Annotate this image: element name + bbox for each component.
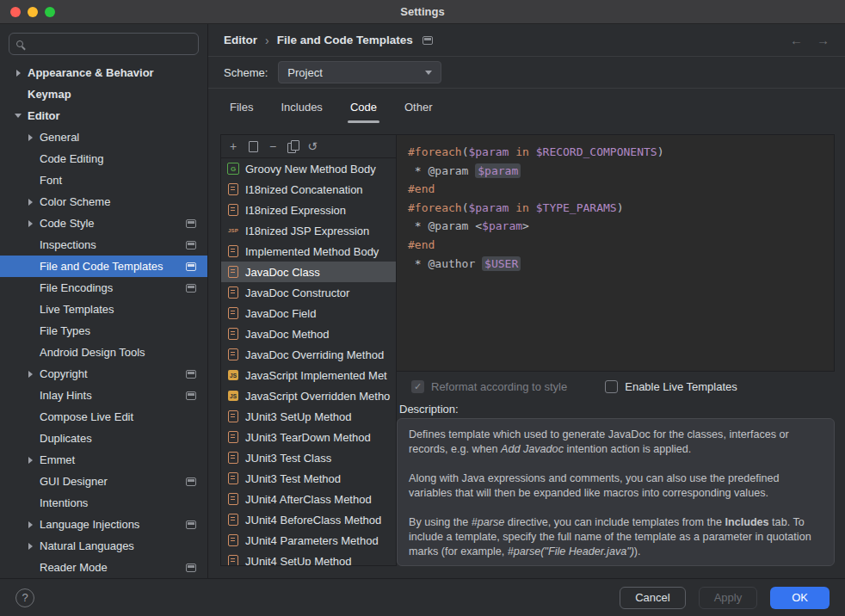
- add-template-button[interactable]: +: [226, 139, 240, 153]
- sidebar-item-reader-mode[interactable]: Reader Mode: [0, 557, 207, 578]
- chevron-right-icon[interactable]: [28, 521, 33, 528]
- enable-live-templates-checkbox[interactable]: Enable Live Templates: [605, 380, 737, 393]
- chevron-right-icon[interactable]: [28, 199, 33, 206]
- sidebar-item-font[interactable]: Font: [0, 169, 207, 191]
- template-item-javadoc-overriding-method[interactable]: JavaDoc Overriding Method: [221, 344, 396, 365]
- template-item-junit4-setup-method[interactable]: JUnit4 SetUp Method: [221, 551, 396, 565]
- sidebar-item-color-scheme[interactable]: Color Scheme: [0, 191, 207, 213]
- sidebar-item-copyright[interactable]: Copyright: [0, 363, 207, 385]
- sidebar-item-intentions[interactable]: Intentions: [0, 492, 207, 514]
- reset-template-button[interactable]: ↺: [305, 139, 319, 153]
- sidebar-item-language-injections[interactable]: Language Injections: [0, 514, 207, 535]
- search-box[interactable]: [9, 33, 199, 55]
- minimize-button[interactable]: [28, 7, 38, 17]
- template-item-javadoc-method[interactable]: JavaDoc Method: [221, 323, 396, 344]
- scheme-select[interactable]: Project: [278, 61, 441, 83]
- template-item-junit3-test-class[interactable]: JUnit3 Test Class: [221, 447, 396, 468]
- template-item-javadoc-constructor[interactable]: JavaDoc Constructor: [221, 282, 396, 303]
- template-item-junit3-teardown-method[interactable]: JUnit3 TearDown Method: [221, 427, 396, 447]
- zoom-button[interactable]: [45, 7, 55, 17]
- template-item-label: JUnit3 SetUp Method: [245, 410, 352, 423]
- sidebar-item-general[interactable]: General: [0, 126, 207, 148]
- template-editor[interactable]: #foreach($param in $RECORD_COMPONENTS) *…: [397, 134, 835, 372]
- remove-template-button[interactable]: −: [266, 139, 280, 153]
- sidebar-item-file-encodings[interactable]: File Encodings: [0, 277, 207, 299]
- sidebar-item-keymap[interactable]: Keymap: [0, 83, 207, 105]
- help-button[interactable]: ?: [15, 588, 34, 607]
- chevron-down-icon: [425, 71, 432, 75]
- sidebar-item-live-templates[interactable]: Live Templates: [0, 299, 207, 320]
- chevron-right-icon[interactable]: [28, 134, 33, 141]
- reformat-checkbox[interactable]: Reformat according to style: [411, 380, 567, 393]
- sidebar-item-appearance-behavior[interactable]: Appearance & Behavior: [0, 62, 207, 83]
- template-item-javadoc-field[interactable]: JavaDoc Field: [221, 303, 396, 323]
- chevron-right-icon[interactable]: [28, 371, 33, 378]
- sidebar-item-inspections[interactable]: Inspections: [0, 234, 207, 256]
- sidebar-item-inlay-hints[interactable]: Inlay Hints: [0, 385, 207, 406]
- template-item-groovy-new-method-body[interactable]: Groovy New Method Body: [221, 158, 396, 179]
- template-item-label: JUnit3 Test Class: [245, 452, 331, 465]
- settings-search-input[interactable]: [29, 38, 191, 51]
- chevron-slot: [10, 114, 26, 118]
- sidebar-item-android-design-tools[interactable]: Android Design Tools: [0, 342, 207, 363]
- create-child-template-button[interactable]: [246, 139, 260, 153]
- cancel-button[interactable]: Cancel: [620, 587, 685, 609]
- settings-window: Settings Appearance & BehaviorKeymapEdit…: [0, 0, 845, 616]
- tab-other[interactable]: Other: [402, 89, 435, 125]
- ok-button[interactable]: OK: [770, 587, 830, 609]
- tpl-file-icon: [227, 555, 239, 565]
- back-button[interactable]: ←: [790, 34, 803, 46]
- footer: ? Cancel Apply OK: [0, 578, 845, 616]
- sidebar-item-natural-languages[interactable]: Natural Languages: [0, 535, 207, 557]
- tab-includes[interactable]: Includes: [278, 89, 324, 125]
- chevron-slot: [10, 70, 26, 77]
- apply-button[interactable]: Apply: [699, 587, 758, 609]
- template-item-label: Groovy New Method Body: [245, 163, 376, 176]
- template-item-junit3-setup-method[interactable]: JUnit3 SetUp Method: [221, 406, 396, 427]
- tpl-file-icon: [227, 266, 239, 278]
- breadcrumb-item-editor[interactable]: Editor: [224, 34, 257, 46]
- sidebar-item-compose-live-edit[interactable]: Compose Live Edit: [0, 406, 207, 428]
- forward-button[interactable]: →: [817, 34, 830, 46]
- sidebar-item-label: Color Scheme: [40, 195, 110, 208]
- template-item-label: JavaDoc Overriding Method: [245, 348, 384, 361]
- titlebar: Settings: [0, 0, 845, 24]
- chevron-right-icon[interactable]: [28, 220, 33, 227]
- scheme-row: Scheme: Project: [208, 57, 845, 89]
- template-item-i18nized-jsp-expression[interactable]: I18nized JSP Expression: [221, 220, 396, 241]
- tab-code[interactable]: Code: [348, 89, 379, 125]
- sidebar-item-label: Natural Languages: [40, 539, 134, 552]
- sidebar-item-duplicates[interactable]: Duplicates: [0, 428, 207, 449]
- template-item-i18nized-concatenation[interactable]: I18nized Concatenation: [221, 179, 396, 200]
- sidebar-item-file-types[interactable]: File Types: [0, 320, 207, 342]
- template-item-implemented-method-body[interactable]: Implemented Method Body: [221, 241, 396, 262]
- tab-files[interactable]: Files: [227, 89, 256, 125]
- template-item-junit4-beforeclass-method[interactable]: JUnit4 BeforeClass Method: [221, 509, 396, 530]
- sidebar-item-gui-designer[interactable]: GUI Designer: [0, 471, 207, 492]
- chevron-right-icon[interactable]: [28, 457, 33, 464]
- sidebar-item-label: Duplicates: [40, 432, 92, 445]
- sidebar-item-label: Reader Mode: [40, 561, 108, 574]
- search-icon: [16, 40, 23, 47]
- sidebar-item-code-style[interactable]: Code Style: [0, 213, 207, 234]
- settings-sidebar: Appearance & BehaviorKeymapEditorGeneral…: [0, 24, 208, 578]
- description-box[interactable]: Defines template which used to generate …: [397, 418, 835, 566]
- template-item-junit4-afterclass-method[interactable]: JUnit4 AfterClass Method: [221, 489, 396, 509]
- chevron-down-icon[interactable]: [15, 114, 22, 118]
- close-button[interactable]: [10, 7, 21, 17]
- template-item-javascript-overridden-metho[interactable]: JavaScript Overridden Metho: [221, 385, 396, 406]
- template-item-i18nized-expression[interactable]: I18nized Expression: [221, 200, 396, 220]
- template-item-junit4-parameters-method[interactable]: JUnit4 Parameters Method: [221, 530, 396, 551]
- chevron-right-icon[interactable]: [16, 70, 21, 77]
- sidebar-item-file-and-code-templates[interactable]: File and Code Templates: [0, 256, 207, 277]
- sidebar-item-label: Emmet: [40, 453, 75, 466]
- template-item-junit3-test-method[interactable]: JUnit3 Test Method: [221, 468, 396, 489]
- template-item-javascript-implemented-met[interactable]: JavaScript Implemented Met: [221, 365, 396, 385]
- sidebar-item-code-editing[interactable]: Code Editing: [0, 148, 207, 169]
- sidebar-item-editor[interactable]: Editor: [0, 105, 207, 126]
- sidebar-item-emmet[interactable]: Emmet: [0, 449, 207, 471]
- template-item-label: JavaDoc Field: [245, 307, 316, 320]
- copy-template-button[interactable]: [286, 139, 299, 153]
- template-item-javadoc-class[interactable]: JavaDoc Class: [221, 262, 396, 282]
- chevron-right-icon[interactable]: [28, 543, 33, 550]
